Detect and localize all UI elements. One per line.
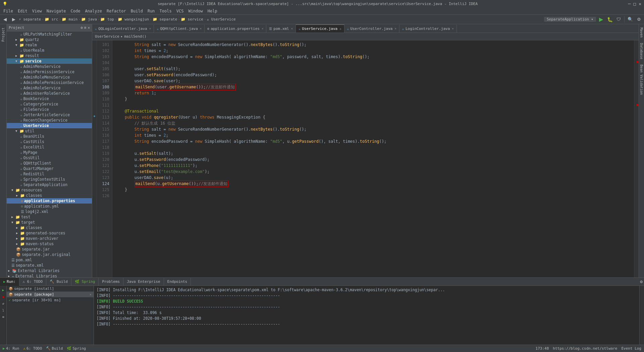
tree-item-adminmenu[interactable]: ☕ AdminMenuService [7, 64, 92, 69]
status-position[interactable]: 173:48 [536, 346, 549, 351]
bottom-tab-endpoints[interactable]: Endpoints [164, 278, 191, 286]
tree-item-separate-jar[interactable]: 📦 separate.jar [7, 247, 92, 252]
tree-item-beanutils[interactable]: ☕ BeanUtils [7, 134, 92, 139]
tree-item-separate-jar-orig[interactable]: 📦 separate.jar.original [7, 252, 92, 257]
status-event-log[interactable]: Event Log [621, 346, 641, 351]
menu-vcs[interactable]: VCS [174, 8, 186, 14]
panel-database[interactable]: Database [640, 40, 643, 62]
tree-item-util[interactable]: ▼ 📁 util [7, 128, 92, 134]
code-editor[interactable]: ◉ 101 102 103 104 105 106 107 108 109 11… [92, 40, 639, 277]
settings-icon[interactable]: ⚙ [640, 279, 643, 284]
bottom-tab-problems[interactable]: Problems [99, 278, 123, 286]
tree-item-userrealm[interactable]: ☕ UserRealm [7, 48, 92, 53]
tree-item-maven-archiver[interactable]: ▶ 📁 maven-archiver [7, 236, 92, 241]
panel-validation[interactable]: Bean Validation [640, 62, 643, 97]
run-with-coverage[interactable]: 🛡 [615, 16, 622, 23]
tree-item-jotter[interactable]: ☕ JotterArticleService [7, 112, 92, 118]
bottom-tab-run[interactable]: ▶ Run: [0, 278, 19, 286]
run-output[interactable]: [INFO] Installing F:\IntelliJ IDEA Educa… [94, 286, 639, 345]
stripe-tab-project[interactable]: Project [1, 25, 6, 44]
breadcrumb-separate[interactable]: ⚡ separate [19, 17, 41, 21]
menu-build[interactable]: Build [129, 8, 145, 14]
tab-qqhttp[interactable]: ☕ QQHttpClient.java ✕ [154, 25, 205, 33]
tree-item-mypage[interactable]: ☕ MyPage [7, 150, 92, 155]
tree-item-separate-xml[interactable]: ☰ separate.xml [7, 263, 92, 268]
menu-tools[interactable]: Tools [158, 8, 174, 14]
breadcrumb-java[interactable]: 📁 java [81, 17, 97, 21]
menu-analyze[interactable]: Analyze [83, 8, 104, 14]
tree-item-castutils[interactable]: ☕ CastUtils [7, 139, 92, 144]
tab-close[interactable]: ✕ [262, 27, 263, 30]
menu-help[interactable]: Help [206, 8, 219, 14]
menu-run[interactable]: Run [146, 8, 157, 14]
tab-usercontroller[interactable]: ☕ UserController.java ✕ [344, 25, 399, 33]
breadcrumb-wangxingjun[interactable]: 📁 wangxingjun [118, 17, 149, 21]
breadcrumb-mailsend[interactable]: mailSend() [124, 34, 146, 39]
menu-refactor[interactable]: Refactor [105, 8, 128, 14]
breadcrumb-main[interactable]: 📁 main [62, 17, 77, 21]
close-button[interactable]: ✕ [639, 1, 641, 6]
tab-appprops[interactable]: ⚙ application.properties ✕ [205, 25, 266, 33]
tree-item-quartz[interactable]: ▶ 📁 quartz [7, 37, 92, 42]
bottom-tab-todo[interactable]: ⚠ 6: TODO [19, 278, 47, 286]
project-header-collapse[interactable]: ≡ [84, 26, 87, 30]
tab-close[interactable]: ✕ [149, 27, 151, 30]
forward-button[interactable]: ▶ [10, 16, 17, 23]
tab-pom[interactable]: ☰ pom.xml ✕ [266, 25, 296, 33]
tab-logincontroller[interactable]: ☕ LoginController.java ✕ [399, 25, 457, 33]
tree-item-book[interactable]: ☕ BookService [7, 96, 92, 101]
maximize-button[interactable]: □ [633, 1, 636, 6]
tree-item-adminuserrole[interactable]: ☕ AdminUserRoleService [7, 91, 92, 96]
tree-item-separateapp[interactable]: ☕ SeparateApplication [7, 182, 92, 187]
search-button[interactable]: 🔍 [627, 16, 634, 23]
tab-close[interactable]: ✕ [339, 27, 341, 31]
tree-item-log4j2[interactable]: ☰ log4j2.xml [7, 209, 92, 214]
tree-item-classes[interactable]: ▶ 📁 classes [7, 193, 92, 198]
tree-item-realm[interactable]: ▼ 📁 realm [7, 42, 92, 48]
filter-button[interactable]: ≡ [1, 314, 6, 319]
debug-button[interactable]: 🐛 [606, 16, 613, 23]
tree-item-quartzmanager[interactable]: ☕ QuartzManager [7, 166, 92, 171]
tree-item-test[interactable]: ▶ 📁 test [7, 214, 92, 220]
menu-file[interactable]: File [1, 8, 15, 14]
tree-item-recentchange[interactable]: ☕ RecentChangeService [7, 118, 92, 123]
run-play-button[interactable]: ▶ [1, 287, 6, 293]
status-build[interactable]: 🔨 Build [46, 346, 63, 351]
tab-userservice[interactable]: ☕ UserService.java ✕ [296, 25, 344, 33]
code-content[interactable]: String salt = new SecureRandomNumberGene… [112, 40, 634, 277]
status-url[interactable]: https://blog.csdn.net/stlware [553, 346, 617, 351]
tree-item-category[interactable]: ☕ CategoryService [7, 101, 92, 107]
project-header-close[interactable]: ✕ [88, 26, 90, 30]
tree-item-adminperm[interactable]: ☕ AdminPermissionService [7, 69, 92, 75]
panel-maven[interactable]: Maven [640, 25, 643, 40]
bottom-tab-build[interactable]: 🔨 Build [46, 278, 71, 286]
breadcrumb-top[interactable]: 📁 top [100, 17, 114, 21]
menu-navigate[interactable]: Navigate [45, 8, 68, 14]
tree-item-adminrole[interactable]: ☕ AdminRoleService [7, 85, 92, 91]
title-bar-controls[interactable]: ─ □ ✕ [628, 1, 641, 6]
menu-edit[interactable]: Edit [16, 8, 30, 14]
tree-item-springcontext[interactable]: ☕ SpringContextUtils [7, 177, 92, 182]
tree-item-urlpath[interactable]: ☕ URLPathMatchingFilter [7, 32, 92, 37]
bottom-tab-javaenterprise[interactable]: Java Enterprise [123, 278, 164, 286]
menu-view[interactable]: View [30, 8, 44, 14]
tree-item-userservice[interactable]: ☕ UserService [7, 123, 92, 128]
tree-item-target[interactable]: ▼ 📁 target [7, 220, 92, 225]
breadcrumb-userservice[interactable]: UserService [95, 34, 119, 39]
tree-item-target-classes[interactable]: ▶ 📁 classes [7, 225, 92, 230]
status-todo[interactable]: ⚠ 6: TODO [23, 346, 42, 351]
breadcrumb-userservice[interactable]: ☕ UserService [207, 17, 236, 21]
run-item-install[interactable]: 📦 separate [install] [7, 286, 94, 292]
breadcrumb-separate2[interactable]: 📁 separate [153, 17, 177, 21]
tree-item-ossutil[interactable]: ☕ OssUtil [7, 155, 92, 161]
run-config-selector[interactable]: SeparateApplication ▾ [544, 17, 596, 22]
minimize-button[interactable]: ─ [628, 1, 631, 6]
bottom-scrollbar[interactable] [639, 286, 644, 345]
run-stop-button[interactable]: ◼ [1, 294, 6, 299]
tree-item-pom[interactable]: ☰ pom.xml [7, 257, 92, 263]
run-item-ir[interactable]: ✓ separate [ir 38+91 ms] [7, 297, 94, 303]
status-run[interactable]: ▶ 4: Run [3, 346, 19, 351]
status-spring[interactable]: 🌿 Spring [67, 346, 86, 351]
tree-item-file[interactable]: ☕ FileService [7, 107, 92, 112]
tree-item-adminrolemenu[interactable]: ☕ AdminRoleMenuService [7, 75, 92, 80]
